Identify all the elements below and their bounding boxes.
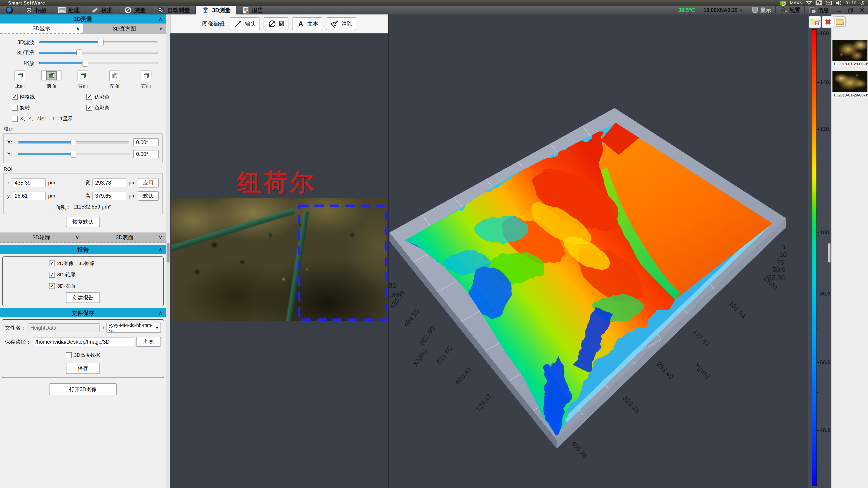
checkbox-height-data-box[interactable] bbox=[66, 352, 72, 358]
gallery-panel: TU2018-01-29-00-05-59-1⋯ TU2018-01-29-00… bbox=[832, 14, 868, 488]
gallery-item-2[interactable]: TU2018-01-29-00-05-37-6⋯ bbox=[832, 71, 868, 98]
viewer-3d-panel[interactable]: 435.39 494.15 552.90 611.66 670.41 729.1… bbox=[389, 14, 808, 488]
wifi-icon[interactable] bbox=[806, 1, 812, 5]
app-logo-button[interactable] bbox=[0, 6, 19, 14]
checkbox-xyz-ratio[interactable]: X、Y、Z轴1：1：1显示 bbox=[12, 115, 166, 123]
lens-icon bbox=[6, 7, 13, 13]
view-right-button[interactable]: 右面 bbox=[135, 70, 156, 90]
report-check-profile[interactable]: ✓3D-轮廓 bbox=[49, 271, 117, 279]
right-panel-scrollbar-thumb[interactable] bbox=[828, 243, 831, 263]
report-check-images-box[interactable]: ✓ bbox=[49, 260, 55, 266]
roi-width-input[interactable]: 293.78 bbox=[92, 178, 126, 187]
section-header-3d-measure[interactable]: 3D测量 ∧ bbox=[0, 14, 166, 24]
circle-tool-button[interactable]: 圆 bbox=[264, 17, 288, 30]
save-button[interactable]: 保存 bbox=[66, 363, 100, 374]
browse-button[interactable]: 浏览 bbox=[136, 337, 161, 347]
section-header-3d-surface[interactable]: 3D表面 ∨ bbox=[83, 232, 166, 243]
slider-filter-knob[interactable] bbox=[98, 39, 103, 46]
info-button[interactable]: i 信息 bbox=[804, 6, 833, 14]
checkbox-gridlines[interactable]: ✓网格线 bbox=[12, 93, 86, 101]
roi-x-input[interactable]: 435.39 bbox=[12, 178, 46, 187]
checkbox-rotate-box[interactable] bbox=[12, 105, 18, 111]
view-back-button[interactable]: 背面 bbox=[72, 70, 93, 90]
text-tool-button[interactable]: A 文本 bbox=[292, 17, 322, 30]
slider-filter-track[interactable] bbox=[39, 41, 158, 43]
tab-report[interactable]: 报告 bbox=[236, 6, 269, 14]
tab-capture[interactable]: 拍摄 bbox=[19, 6, 52, 14]
thumbnail-image[interactable] bbox=[832, 71, 868, 92]
view-left-button[interactable]: 左面 bbox=[104, 70, 125, 90]
tab-process[interactable]: 处理 bbox=[52, 6, 85, 14]
tab-3d-measure[interactable]: 3D 3D测量 bbox=[195, 6, 236, 14]
slider-smooth-knob[interactable] bbox=[76, 50, 82, 56]
z-axis-tick: 10 bbox=[779, 251, 786, 258]
mail-icon[interactable] bbox=[826, 1, 832, 5]
report-check-profile-box[interactable]: ✓ bbox=[49, 272, 55, 278]
delete-image-button[interactable] bbox=[822, 16, 834, 28]
correction-y-knob[interactable] bbox=[70, 151, 76, 158]
open-3d-image-button[interactable]: 打开3D图像 bbox=[49, 383, 117, 395]
tab-auto-measure[interactable]: 自动测量 bbox=[151, 6, 195, 14]
checkbox-xyz-ratio-box[interactable] bbox=[12, 116, 18, 122]
report-check-images[interactable]: ✓2D图像，3D图像 bbox=[49, 260, 117, 267]
save-path-input[interactable]: /home/nvidia/Desktop/Image/3D bbox=[33, 337, 134, 346]
volume-icon[interactable] bbox=[835, 1, 842, 5]
checkbox-height-data[interactable]: 3D高度数据 bbox=[66, 351, 100, 359]
clear-tool-button[interactable]: 清除 bbox=[326, 17, 356, 30]
view-top-button[interactable]: 上面 bbox=[9, 70, 30, 90]
roi-default-button[interactable]: 默认 bbox=[138, 191, 159, 201]
thumbnail-image[interactable] bbox=[832, 40, 868, 61]
roi-selection-rect[interactable] bbox=[298, 204, 388, 321]
roi-y-input[interactable]: 25.61 bbox=[12, 192, 46, 200]
chevron-down-icon: ∨ bbox=[75, 234, 79, 240]
report-check-surface-box[interactable]: ✓ bbox=[49, 283, 55, 289]
tab-3d-display[interactable]: 3D显示 ∧ bbox=[0, 24, 83, 34]
roi-height-input[interactable]: 379.65 bbox=[92, 192, 126, 200]
checkbox-gridlines-box[interactable]: ✓ bbox=[12, 94, 18, 100]
app-title: Smart SoftWare bbox=[8, 0, 45, 6]
gallery-item-1[interactable]: TU2018-01-29-00-05-59-1⋯ bbox=[832, 40, 868, 67]
correction-y-track[interactable] bbox=[18, 153, 129, 155]
minimize-button[interactable] bbox=[833, 6, 844, 14]
correction-x-value[interactable]: 0.00° bbox=[133, 138, 159, 147]
checkbox-colorbar[interactable]: ✓色彩条 bbox=[86, 104, 166, 111]
section-header-report[interactable]: 报告 ∧ bbox=[0, 245, 166, 254]
tab-measure[interactable]: 测量 bbox=[118, 6, 151, 14]
titlebar: Smart SoftWare MAXN En 01:10 bbox=[0, 0, 868, 6]
checkbox-rotate[interactable]: 旋转 bbox=[12, 104, 86, 111]
roi-apply-button[interactable]: 应用 bbox=[138, 178, 159, 188]
save-image-button[interactable] bbox=[809, 16, 821, 28]
roi-restore-default-button[interactable]: 恢复默认 bbox=[66, 217, 100, 227]
filename-input[interactable] bbox=[28, 323, 100, 332]
gear-icon[interactable] bbox=[860, 0, 865, 5]
checkbox-pseudocolor[interactable]: ✓伪彩色 bbox=[86, 93, 166, 101]
view-front-button[interactable]: 前面 bbox=[41, 70, 62, 80]
create-report-button[interactable]: 创建报告 bbox=[66, 292, 100, 303]
section-header-file-save[interactable]: 文件保存 ∧ bbox=[0, 308, 166, 318]
slider-zoom-track[interactable] bbox=[39, 62, 158, 64]
tab-calibrate[interactable]: 校准 bbox=[85, 6, 118, 14]
colorbar-zone: 160.0 140.0 120.0 100.0 80.0 60.0 40.0 bbox=[808, 14, 831, 488]
arrow-tool-button[interactable]: 箭头 bbox=[230, 17, 260, 30]
display-button[interactable]: 显示 bbox=[747, 6, 775, 14]
date-format-select[interactable]: yyyy-MM-dd-hh-mm-ss ▼ bbox=[106, 323, 161, 333]
close-button[interactable] bbox=[856, 6, 868, 14]
app-window: Smart SoftWare MAXN En 01:10 拍摄 处理 校准 bbox=[0, 0, 868, 488]
report-check-surface[interactable]: ✓3D-表面 bbox=[49, 282, 117, 290]
left-panel-scrollbar-thumb[interactable] bbox=[166, 243, 169, 263]
slider-zoom-knob[interactable] bbox=[82, 60, 88, 67]
correction-x-knob[interactable] bbox=[70, 139, 76, 146]
slider-smooth-track[interactable] bbox=[39, 52, 158, 54]
correction-y-value[interactable]: 0.00° bbox=[133, 150, 159, 158]
section-header-3d-profile[interactable]: 3D轮廓 ∨ bbox=[0, 232, 83, 243]
objective-selector[interactable]: 10.00XNA0.25 ▼ bbox=[699, 6, 747, 14]
checkbox-pseudocolor-box[interactable]: ✓ bbox=[86, 94, 92, 100]
tab-3d-histogram[interactable]: 3D直方图 ∨ bbox=[83, 24, 166, 34]
correction-x-track[interactable] bbox=[18, 141, 129, 143]
input-method-indicator[interactable]: En bbox=[815, 0, 822, 5]
open-folder-button[interactable] bbox=[835, 16, 846, 27]
config-button[interactable]: 配置 bbox=[775, 6, 804, 14]
restore-button[interactable] bbox=[844, 6, 856, 14]
left-panel-scrollbar[interactable] bbox=[166, 14, 170, 488]
checkbox-colorbar-box[interactable]: ✓ bbox=[86, 105, 92, 111]
